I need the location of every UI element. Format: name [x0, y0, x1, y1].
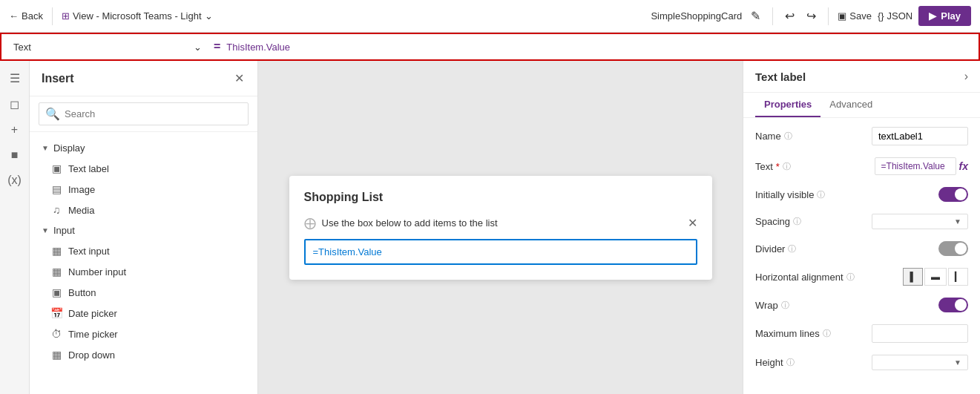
sidebar-item-text-label[interactable]: ▣ Text label [30, 158, 257, 179]
sidebar-item-number-input[interactable]: ▦ Number input [30, 261, 257, 282]
prop-initially-visible-label: Initially visible ⓘ [755, 189, 825, 200]
formula-component-value: Text [13, 42, 31, 53]
hamburger-menu-button[interactable]: ☰ [5, 67, 24, 90]
right-panel-title: Text label [755, 70, 806, 83]
input-section-label: Input [53, 225, 75, 236]
prop-row-divider: Divider ⓘ [755, 241, 968, 256]
h-align-info-icon[interactable]: ⓘ [846, 272, 855, 283]
wrap-toggle[interactable] [938, 298, 968, 312]
text-label-item-label: Text label [68, 163, 109, 174]
align-left-button[interactable]: ▌ [903, 268, 923, 286]
formula-expression[interactable]: ThisItem.Value [226, 42, 973, 53]
drop-down-icon: ▦ [50, 349, 62, 361]
name-info-icon[interactable]: ⓘ [784, 131, 792, 142]
height-select[interactable]: ▼ [872, 355, 968, 370]
initially-visible-toggle[interactable] [938, 187, 968, 202]
back-button[interactable]: ← Back [9, 10, 43, 22]
sidebar-item-button[interactable]: ▣ Button [30, 282, 257, 303]
tab-properties[interactable]: Properties [755, 93, 820, 117]
edit-icon-button[interactable]: ✎ [748, 6, 763, 26]
view-button[interactable]: ⊞ View - Microsoft Teams - Light ⌄ [62, 10, 213, 22]
max-lines-input[interactable] [872, 324, 968, 343]
redo-button[interactable]: ↪ [803, 6, 819, 26]
button-item-label: Button [68, 287, 96, 298]
prop-row-text: Text * ⓘ fx [755, 157, 968, 175]
variables-icon-button[interactable]: (x) [3, 169, 26, 191]
fx-button[interactable]: fx [959, 160, 968, 172]
sidebar-item-image[interactable]: ▤ Image [30, 179, 257, 200]
prop-row-max-lines: Maximum lines ⓘ [755, 324, 968, 343]
tab-advanced[interactable]: Advanced [820, 93, 881, 117]
align-right-button[interactable]: ▎ [948, 268, 968, 286]
input-section-arrow-icon: ▼ [42, 226, 49, 234]
prop-name-label: Name ⓘ [755, 131, 792, 142]
card-formula-box[interactable]: =ThisItem.Value [304, 239, 697, 265]
play-button[interactable]: ▶ Play [918, 6, 971, 26]
prop-max-lines-label: Maximum lines ⓘ [755, 328, 831, 339]
spacing-arrow-icon: ▼ [954, 217, 961, 226]
spacing-info-icon[interactable]: ⓘ [793, 216, 801, 227]
chevron-down-icon: ⌄ [205, 10, 213, 22]
search-container: 🔍 [30, 96, 257, 132]
sidebar-item-media[interactable]: ♫ Media [30, 200, 257, 220]
search-icon: 🔍 [45, 107, 60, 121]
search-input[interactable] [65, 108, 242, 119]
left-icon-bar: ☰ ◻ + ■ (x) [0, 61, 30, 394]
right-panel-expand-button[interactable]: › [964, 70, 968, 83]
align-center-button[interactable]: ▬ [924, 268, 947, 286]
right-panel: Text label › Properties Advanced Name ⓘ … [743, 61, 980, 394]
right-panel-tabs: Properties Advanced [743, 93, 980, 118]
display-section-arrow-icon: ▼ [42, 144, 49, 152]
save-button[interactable]: ▣ Save [838, 10, 872, 22]
card-close-button[interactable]: ✕ [688, 216, 697, 230]
layers-icon-button[interactable]: ◻ [5, 93, 24, 116]
insert-sidebar: Insert ✕ 🔍 ▼ Display ▣ Text label ▤ Imag… [30, 61, 258, 394]
display-section-header[interactable]: ▼ Display [30, 138, 257, 158]
add-icon-button[interactable]: + [7, 119, 22, 141]
text-formula-input[interactable] [875, 157, 956, 175]
input-section-header[interactable]: ▼ Input [30, 220, 257, 240]
prop-row-spacing: Spacing ⓘ ▼ [755, 214, 968, 229]
time-picker-icon: ⏱ [50, 328, 62, 340]
view-label: View - Microsoft Teams - Light [73, 10, 202, 22]
sidebar-item-text-input[interactable]: ▦ Text input [30, 240, 257, 261]
sidebar-header: Insert ✕ [30, 61, 257, 96]
play-label: Play [941, 10, 961, 22]
button-icon: ▣ [50, 286, 62, 298]
formula-component-select[interactable]: Text ⌄ [7, 42, 208, 53]
sidebar-item-time-picker[interactable]: ⏱ Time picker [30, 324, 257, 344]
sidebar-item-drop-down[interactable]: ▦ Drop down [30, 344, 257, 365]
top-bar: ← Back ⊞ View - Microsoft Teams - Light … [0, 0, 980, 33]
divider-toggle[interactable] [938, 241, 968, 256]
components-icon-button[interactable]: ■ [7, 144, 23, 166]
prop-row-initially-visible: Initially visible ⓘ [755, 187, 968, 202]
wrap-info-icon[interactable]: ⓘ [781, 300, 789, 311]
number-input-item-label: Number input [68, 266, 126, 278]
card-title: Shopping List [304, 191, 697, 204]
sidebar-item-date-picker[interactable]: 📅 Date picker [30, 303, 257, 324]
formula-select-arrow-icon: ⌄ [194, 42, 202, 53]
text-info-icon[interactable]: ⓘ [783, 161, 791, 172]
save-label: Save [849, 10, 872, 22]
top-bar-left: ← Back ⊞ View - Microsoft Teams - Light … [9, 7, 213, 25]
initially-visible-info-icon[interactable]: ⓘ [817, 189, 825, 200]
prop-row-wrap: Wrap ⓘ [755, 298, 968, 312]
text-input-item-label: Text input [68, 246, 110, 257]
spacing-select[interactable]: ▼ [872, 214, 968, 229]
image-item-label: Image [68, 184, 95, 195]
app-name-label: SimpleShoppingCard [651, 10, 742, 22]
time-picker-item-label: Time picker [68, 329, 118, 340]
text-input-icon: ▦ [50, 245, 62, 257]
sidebar-close-button[interactable]: ✕ [233, 70, 246, 87]
formula-field-row: fx [875, 157, 968, 175]
drag-handle-icon[interactable]: ⨁ [304, 216, 316, 230]
right-panel-content: Name ⓘ Text * ⓘ fx In [743, 118, 980, 394]
name-input[interactable] [872, 127, 968, 145]
save-icon: ▣ [838, 10, 846, 22]
drop-down-item-label: Drop down [68, 349, 115, 361]
height-info-icon[interactable]: ⓘ [786, 357, 795, 368]
json-button[interactable]: {} JSON [878, 10, 912, 22]
divider-info-icon[interactable]: ⓘ [788, 243, 796, 255]
max-lines-info-icon[interactable]: ⓘ [823, 328, 831, 339]
undo-button[interactable]: ↩ [782, 6, 798, 26]
